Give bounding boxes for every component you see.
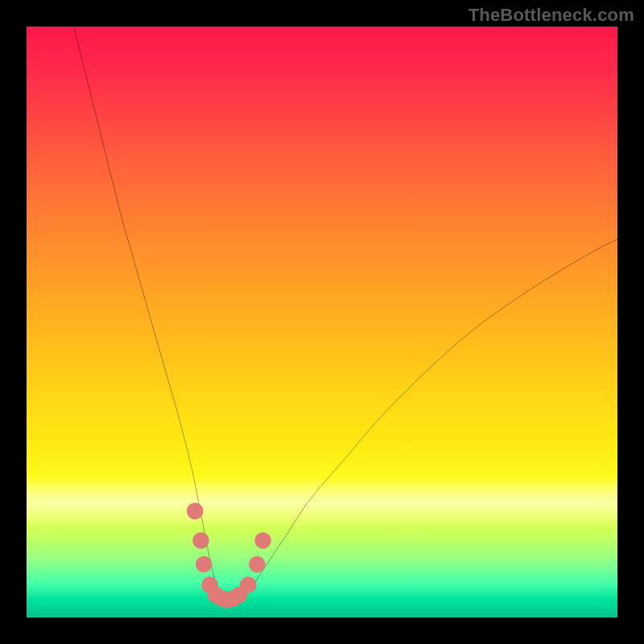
marker-dot bbox=[192, 532, 209, 549]
marker-dot bbox=[249, 556, 266, 573]
plot-area bbox=[27, 27, 617, 617]
marker-dot bbox=[187, 503, 204, 520]
marker-dot bbox=[196, 556, 213, 573]
marker-dot bbox=[240, 576, 257, 593]
watermark-text: TheBottleneck.com bbox=[469, 5, 634, 26]
marker-dot bbox=[254, 532, 271, 549]
chart-stage: TheBottleneck.com bbox=[0, 0, 644, 644]
highlight-dots bbox=[27, 27, 617, 617]
